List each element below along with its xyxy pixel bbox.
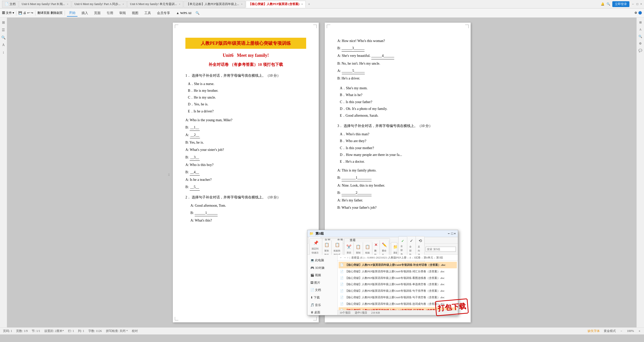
corner-tl-p2 — [327, 25, 330, 28]
doc-page-1: ⠿ 人教PEP版四年级英语上册核心突破专项训练 Unit6 Meet my fa… — [173, 23, 319, 322]
corner-tr-p2 — [465, 25, 469, 28]
left-icon-2[interactable]: ☰ — [1, 27, 6, 33]
dialog-q1-a2: A: __2__ — [185, 132, 306, 138]
right-icon-5[interactable]: 💬 — [638, 48, 643, 53]
q3-choice-c: C．Is this your mother? — [340, 145, 458, 151]
q3-a-nine: A: Nine. Look, this is my brother. — [337, 182, 458, 189]
doc-page-2: A: How nice! Who's this woman? B: ______… — [325, 23, 471, 322]
tab-danbiao[interactable]: 【单元达标】人教PEP版英语四年级上... × — [184, 1, 245, 8]
fe-file-4[interactable]: 📄 【核心突破】人教PEP版英语四年级上册Unit6专项训练·句子排序卷（含答案… — [339, 288, 457, 294]
drag-handle[interactable]: ⠿ — [168, 173, 170, 178]
dialog-q2-b1: B: ______1______ — [190, 210, 306, 216]
left-icon-5[interactable]: ↕ — [1, 50, 6, 55]
left-sidebar: ⊞ ☰ 🔍 A ↕ — [0, 18, 7, 327]
q1-choice-a: A．She is a nurse. — [188, 81, 306, 87]
subtitle: 补全对话卷 （有参考答案）10 项打包下载 — [185, 61, 306, 68]
ribbon-insert[interactable]: 插入 — [79, 10, 90, 16]
left-icon-1[interactable]: ⊞ — [1, 20, 6, 25]
fe-sidebar-pic[interactable]: 🖼 图片 — [307, 279, 337, 287]
left-icon-3[interactable]: 🔍 — [1, 35, 6, 40]
q3-b1: B: ________1________ — [337, 175, 458, 181]
d2-a-beautiful: A: She's very beautiful. ______4______ — [337, 53, 458, 59]
toolbar-print[interactable]: 🖨 — [23, 11, 26, 15]
right-icon-4[interactable]: ⚙ — [638, 41, 643, 46]
tab-doc[interactable]: 📄 文档 — [2, 1, 18, 8]
red-stamp: 打包下载 — [435, 298, 469, 316]
fe-btn-cut[interactable]: ✂️ 剪切 — [344, 242, 354, 256]
content-area: ⊞ ☰ 🔍 A ↕ ⠿ 人教PEP版四年级英语上册核心突破专项训练 Unit6 … — [0, 18, 644, 327]
status-missing-font[interactable]: 缺失字体 — [588, 329, 600, 333]
right-icon-2[interactable]: A — [638, 27, 643, 32]
ribbon-ref[interactable]: 引用 — [105, 10, 115, 16]
fe-status-count: 10个项目 — [340, 310, 351, 315]
ribbon-review[interactable]: 审阅 — [117, 10, 128, 16]
toolbar-help[interactable]: 🔵 — [638, 11, 642, 15]
toolbar-file[interactable]: ☰ 文件 ▾ — [2, 11, 14, 15]
toolbar: ☰ 文件 ▾ 💾 🖨 ↩ ↪ 翻译页面 删除副页 开始 插入 页面 引用 审阅 … — [0, 9, 644, 18]
status-page: 页码: 1 — [3, 329, 12, 333]
ribbon-member[interactable]: 会员专享 — [155, 10, 172, 16]
question-1: 1． 选择句子补全对话，并将字母编号填在横线上。（10 分） A．She is … — [185, 72, 306, 191]
toolbar-redo[interactable]: ↪ — [31, 11, 33, 15]
status-zoom-out[interactable]: － — [620, 329, 623, 333]
right-icon-1[interactable]: ⊞ — [638, 20, 643, 25]
ribbon-wps-ai[interactable]: ▲ WPS AI — [174, 10, 193, 16]
fe-search-input[interactable] — [426, 247, 456, 252]
ribbon-page[interactable]: 页面 — [92, 10, 103, 16]
status-row: 行: 1 — [68, 329, 74, 333]
ribbon-tools[interactable]: 工具 — [142, 10, 153, 16]
add-tab-button[interactable]: + — [306, 1, 312, 7]
fe-sidebar-doc[interactable]: 📄 文档 — [307, 286, 337, 294]
dialog-q1-b1: B: __1__ — [185, 124, 306, 131]
right-icon-3[interactable]: 🔍 — [638, 34, 643, 39]
fe-file-2[interactable]: 📄 【核心突破】人教PEP版英语四年级上册Unit6专项训练·看图连线卷（含答案… — [339, 275, 457, 281]
right-sidebar: ⊞ A 🔍 ⚙ 💬 — [636, 18, 644, 327]
p2-choice-e: E．Good afternoon, Sarah. — [340, 112, 458, 119]
login-button[interactable]: 立即登录 — [612, 1, 629, 7]
tab-hexin[interactable]: 【核心突破】人教PEP版英语·(含答案) × — [246, 1, 305, 8]
toolbar-undo[interactable]: ↩ — [27, 11, 30, 15]
fe-btn-paste[interactable]: 📋 粘贴 — [363, 242, 372, 256]
fe-file-1[interactable]: 📄 【核心突破】人教PEP版英语四年级上册Unit6专项训练·词汇分类卷（含答案… — [339, 268, 457, 275]
toolbar-delete-page[interactable]: 删除副页 — [51, 11, 63, 15]
ribbon-search[interactable]: 🔍 — [195, 11, 199, 15]
corner-br — [313, 317, 317, 320]
fe-btn-copy[interactable]: 📋 复制 — [354, 242, 363, 256]
tab-parta[interactable]: Unit 6 Meet my family! Part A 同步... × — [72, 1, 127, 8]
status-calibrate[interactable]: 校对 — [132, 329, 138, 333]
q1-choice-e: E．Is he a driver? — [188, 108, 306, 114]
toolbar-save[interactable]: 💾 — [18, 11, 22, 15]
pages-area: ⠿ 人教PEP版四年级英语上册核心突破专项训练 Unit6 Meet my fa… — [7, 18, 636, 327]
ribbon-start[interactable]: 开始 — [67, 10, 77, 17]
fe-sidebar-desktop[interactable]: 🖥 桌面 — [307, 309, 337, 315]
q1-choice-b: B．He is my brother. — [188, 88, 306, 94]
dialog-q1-b2: B: Yes, he is. — [185, 139, 306, 146]
fe-sidebar-dl[interactable]: ⬇ 下载 — [307, 294, 337, 302]
dialog-q1-b5: B: __5__ — [185, 184, 306, 190]
corner-tl — [175, 25, 178, 28]
fe-file-3[interactable]: 📄 【核心突破】人教PEP版英语四年级上册Unit6专项训练·单选填空卷（含答案… — [339, 281, 457, 288]
fe-sidebar-3d[interactable]: 🎮 3D对象 — [307, 264, 337, 272]
status-zoom-in[interactable]: ＋ — [638, 329, 641, 333]
toolbar-settings[interactable]: ⚙ — [634, 11, 637, 15]
fe-sidebar-video[interactable]: 🎬 视频 — [307, 272, 337, 279]
left-icon-4[interactable]: A — [1, 42, 6, 48]
dialog-q1-a4: A: Who is this boy? — [185, 162, 306, 168]
fe-sidebar-music[interactable]: 🎵 音乐 — [307, 302, 337, 309]
fe-file-0[interactable]: 📄 【核心突破】人教PEP版英语四年级上册Unit6专项训练·补全对话卷（含答案… — [339, 262, 457, 268]
status-mode[interactable]: 黄金模式 — [604, 329, 616, 333]
p2-choice-d: D．Oh. It's a photo of my family. — [340, 106, 458, 112]
fe-breadcrumb: ← → ↑ | 老硬盘 (E:) › 0.0001-20231021-人教版PE… — [338, 255, 458, 261]
status-wordcount: 字数: 1126 — [88, 329, 102, 333]
header-banner: 人教PEP版四年级英语上册核心突破专项训练 — [185, 38, 306, 49]
tab-partb[interactable]: Unit 6 Meet my family! Part B 阅... × — [19, 1, 71, 8]
ribbon-view[interactable]: 视图 — [130, 10, 140, 16]
fe-file-5[interactable]: 📄 【核心突破】人教PEP版英语四年级上册Unit6专项训练·句子填空卷（含答案… — [339, 294, 457, 301]
fe-btn-new[interactable]: 📁 新建 — [391, 242, 397, 256]
status-spell: 拼写检查: 关闭 * — [106, 329, 128, 333]
toolbar-translate[interactable]: 翻译页面 — [37, 11, 50, 15]
q3-title: 3． 选择句子补全对话，并将字母编号填在横线上。（10 分） — [337, 123, 458, 129]
tab-unit[interactable]: Unit 6 Meet my family! 单元专题训... × — [127, 1, 183, 8]
fe-sidebar-computer[interactable]: 💻 此电脑 — [307, 257, 337, 264]
fe-status-selected: 选中1项目 — [355, 310, 367, 315]
